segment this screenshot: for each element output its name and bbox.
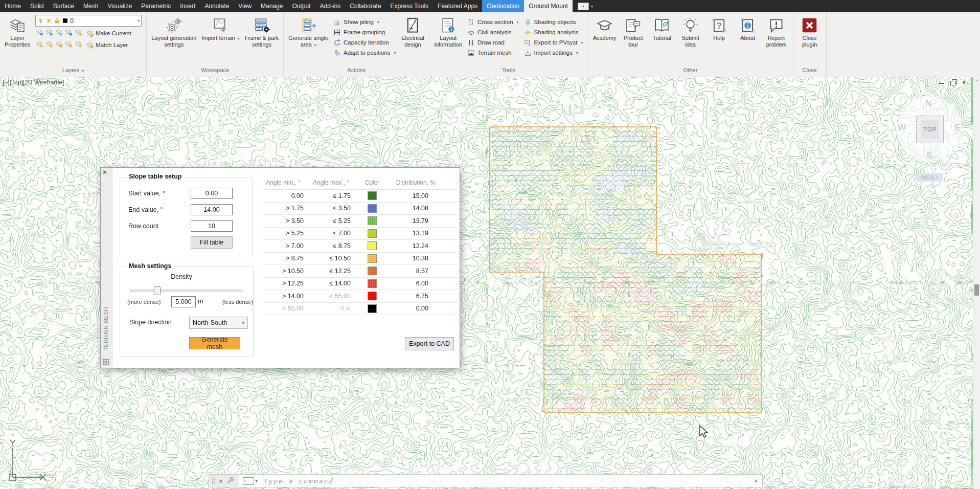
menu-tab-output[interactable]: Output (287, 0, 315, 12)
compass-south[interactable]: S (926, 150, 932, 161)
draw-road-button[interactable]: Draw road (467, 38, 519, 47)
row-count-input[interactable]: 10 (191, 220, 233, 232)
table-row[interactable]: > 1.75≤ 3.5014.08 (263, 203, 457, 215)
generate-single-area-button[interactable]: Generate singlearea ▾ (286, 14, 330, 49)
color-swatch[interactable] (368, 204, 377, 213)
customize-wrench-icon[interactable] (226, 477, 235, 485)
layer-tool-icon[interactable] (74, 40, 82, 50)
ribbon-group-label[interactable]: Other (588, 65, 793, 77)
ribbon-group-label[interactable]: Actions (284, 65, 429, 77)
menu-tab-add-ins[interactable]: Add-ins (315, 0, 346, 12)
academy-button[interactable]: Academy (591, 14, 619, 41)
wcs-dropdown[interactable]: WCS ▾ (916, 173, 943, 182)
slider-thumb[interactable] (154, 286, 161, 295)
layer-properties-button[interactable]: LayerProperties (3, 14, 32, 48)
layer-tool-icon[interactable] (55, 28, 63, 38)
menu-tab-ground-mount[interactable]: Ground Mount (524, 0, 573, 12)
color-swatch[interactable] (368, 292, 377, 300)
about-button[interactable]: iAbout (734, 14, 762, 41)
table-row[interactable]: > 10.50≤ 12.258.57 (263, 265, 457, 278)
layer-tool-icon[interactable] (74, 28, 82, 38)
table-row[interactable]: > 3.50≤ 5.2513.79 (263, 215, 457, 228)
capacity-iteration-button[interactable]: Capacity iteration (333, 38, 396, 47)
report-problem-button[interactable]: Reportproblem (763, 14, 790, 48)
match-layer-button[interactable]: Match Layer (86, 41, 128, 49)
menu-tab-manage[interactable]: Manage (256, 0, 287, 12)
tutorial-button[interactable]: Tutorial (648, 14, 676, 41)
vertical-scrollbar[interactable]: ▲ (973, 77, 980, 489)
color-swatch[interactable] (368, 279, 377, 288)
adapt-to-positions-button[interactable]: Adapt to positions▾ (333, 48, 396, 57)
layout-information-button[interactable]: iLayoutinformation (432, 14, 464, 48)
table-row[interactable]: > 8.75≤ 10.5010.38 (263, 253, 457, 265)
frame-park-settings-button[interactable]: Frame & parksettings (243, 14, 281, 48)
table-row[interactable]: > 12.25≤ 14.006.00 (263, 278, 457, 291)
density-value-input[interactable]: 5.000 (171, 296, 196, 307)
viewport-controls-label[interactable]: [−][Top][2D Wireframe] (3, 79, 64, 86)
menu-tab-solid[interactable]: Solid (26, 0, 49, 12)
color-swatch[interactable] (368, 191, 377, 200)
table-row[interactable]: > 5.25≤ 7.0013.19 (263, 228, 457, 240)
plugin-grip-icon[interactable] (103, 359, 109, 365)
end-value-input[interactable]: 14.00 (191, 204, 233, 215)
color-swatch[interactable] (368, 216, 377, 225)
ribbon-group-label[interactable]: Workspace (147, 65, 283, 77)
civil-analysis-button[interactable]: Civil analysis (467, 28, 519, 37)
layer-tool-icon[interactable] (45, 40, 53, 50)
import-terrain-button[interactable]: Import terrain ▾ (199, 14, 241, 42)
show-piling-button[interactable]: Show piling▾ (333, 17, 396, 27)
layer-tool-icon[interactable] (64, 28, 73, 38)
cross-section-button[interactable]: Cross section▾ (467, 17, 519, 27)
generate-mesh-button[interactable]: Generate mesh (189, 337, 240, 349)
import-settings-button[interactable]: Import settings▾ (524, 48, 583, 57)
layer-tool-icon[interactable] (45, 28, 53, 38)
compass-west[interactable]: W (898, 123, 906, 133)
table-row[interactable]: > 7.00≤ 8.7512.24 (263, 240, 457, 253)
help-button[interactable]: ?Help (705, 14, 733, 41)
compass-north[interactable]: N (925, 98, 931, 108)
start-value-input[interactable]: 0.00 (191, 188, 233, 199)
view-cube-top-face[interactable]: TOP (916, 116, 944, 143)
menu-tab-insert[interactable]: Insert (175, 0, 200, 12)
menu-tab-surface[interactable]: Surface (49, 0, 79, 12)
make-current-button[interactable]: Make Current (86, 29, 131, 37)
compass-east[interactable]: E (955, 123, 961, 133)
color-swatch[interactable] (368, 241, 377, 250)
electrical-design-button[interactable]: Electricaldesign (399, 14, 426, 48)
minimize-icon[interactable] (939, 79, 945, 85)
layer-tool-icon[interactable] (64, 40, 73, 50)
menu-tab-visualize[interactable]: Visualize (103, 0, 136, 12)
submit-idea-button[interactable]: Submitidea (677, 14, 704, 48)
command-history-up-icon[interactable]: ▲ (754, 478, 758, 483)
command-input[interactable]: Type a command (264, 477, 334, 485)
drag-grip-icon[interactable] (212, 477, 215, 484)
fill-table-button[interactable]: Fill table (191, 236, 233, 249)
menu-tab-collaborate[interactable]: Collaborate (345, 0, 385, 12)
restore-icon[interactable] (950, 79, 957, 85)
menu-tab-view[interactable]: View (234, 0, 256, 12)
layer-tool-icon[interactable] (35, 28, 43, 38)
layer-tool-icon[interactable] (35, 40, 43, 50)
scrollbar-thumb[interactable] (974, 284, 979, 296)
shading-analysis-button[interactable]: Shading analysis (524, 28, 583, 37)
close-icon[interactable]: × (962, 79, 966, 85)
product-tour-button[interactable]: Producttour (620, 14, 647, 48)
table-row[interactable]: 0.00≤ 1.7515.00 (263, 190, 457, 203)
color-swatch[interactable] (368, 266, 377, 275)
ribbon-group-label[interactable]: Layers ▾ (0, 65, 146, 77)
ribbon-group-label[interactable]: Tools (429, 65, 587, 77)
export-to-cad-button[interactable]: Export to CAD (405, 337, 454, 350)
color-swatch[interactable] (368, 304, 377, 313)
menu-tab-featured-apps[interactable]: Featured Apps (433, 0, 482, 12)
scroll-up-icon[interactable]: ▲ (973, 78, 980, 82)
menu-tab-geolocation[interactable]: Geolocation (482, 0, 524, 12)
layer-tool-icon[interactable] (55, 40, 63, 50)
command-prompt-icon[interactable]: >_ ▾ (243, 477, 258, 485)
command-bar[interactable]: × >_ ▾ Type a command ▲ (209, 474, 763, 487)
close-icon[interactable]: × (219, 478, 223, 484)
slope-direction-select[interactable]: North-South ▾ (189, 317, 248, 329)
color-swatch[interactable] (368, 229, 377, 238)
layout-generation-settings-button[interactable]: Layout generationsettings (149, 14, 198, 48)
layer-select-combo[interactable]: 0▾ (35, 15, 142, 27)
density-slider[interactable] (130, 287, 243, 293)
